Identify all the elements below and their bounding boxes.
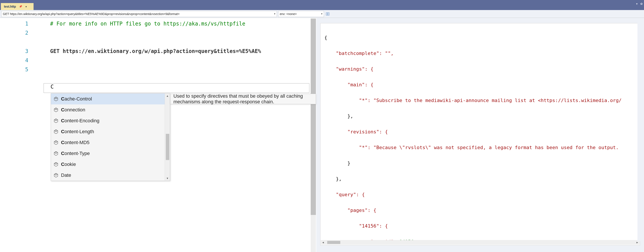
intellisense-item[interactable]: Content-Type xyxy=(51,148,170,159)
symbol-icon xyxy=(54,173,58,178)
dirty-indicator-icon: ● xyxy=(25,5,27,8)
intellisense-label: Cookie xyxy=(61,161,76,167)
response-h-scrollbar[interactable]: ◀ ▶ xyxy=(321,240,640,245)
intellisense-item[interactable]: Connection xyxy=(51,104,170,115)
tooltip-text: Used to specify directives that must be … xyxy=(174,93,313,105)
line-number: 2 xyxy=(0,28,33,38)
request-line: GET https://en.wiktionary.org/w/api.php?… xyxy=(50,48,261,54)
intellisense-item[interactable]: Content-Encoding xyxy=(51,115,170,126)
http-toolbar: GET https://en.wiktionary.org/w/api.php?… xyxy=(0,10,644,18)
chevron-down-icon[interactable]: ▼ xyxy=(321,13,323,15)
response-v-scrollbar[interactable] xyxy=(638,23,644,241)
response-pane: { "batchcomplete": "", "warnings": { "ma… xyxy=(316,18,644,252)
symbol-icon xyxy=(54,107,58,112)
main-split: 1 2 3 4 5 ⌄ # For more info on HTTP file… xyxy=(0,18,644,252)
editor-scrollbar[interactable] xyxy=(311,18,316,252)
document-tabs: test.http 📌 ● ▾ ✿ xyxy=(0,2,644,10)
line-number: 3 xyxy=(0,47,33,56)
pin-icon[interactable]: 📌 xyxy=(19,5,22,8)
tab-test-http[interactable]: test.http 📌 ● xyxy=(1,3,34,10)
intellisense-label: Content-Length xyxy=(61,129,94,134)
scroll-thumb[interactable] xyxy=(166,134,169,160)
environment-text: env: <none> xyxy=(280,12,297,16)
line-number: 5 xyxy=(0,65,33,74)
scroll-down-icon[interactable]: ▼ xyxy=(166,176,169,181)
intellisense-scrollbar[interactable]: ▲ ▼ xyxy=(165,94,170,181)
intellisense-item[interactable]: Date xyxy=(51,170,170,181)
title-bar xyxy=(0,0,644,2)
request-selector-text: GET https://en.wiktionary.org/w/api.php?… xyxy=(3,12,180,16)
split-icon xyxy=(326,12,330,16)
gear-icon[interactable]: ✿ xyxy=(640,2,643,6)
intellisense-label: Content-Encoding xyxy=(61,118,99,124)
symbol-icon xyxy=(54,140,58,145)
dropdown-icon[interactable]: ▾ xyxy=(636,2,638,6)
symbol-icon xyxy=(54,162,58,167)
line-number: 4 xyxy=(0,56,33,65)
split-panel-button[interactable] xyxy=(325,12,330,16)
scroll-thumb[interactable] xyxy=(327,241,340,244)
scroll-up-icon[interactable]: ▲ xyxy=(166,94,169,98)
intellisense-label: Content-Type xyxy=(61,151,90,156)
environment-selector[interactable]: env: <none> ▼ xyxy=(278,11,324,17)
intellisense-item[interactable]: Content-MD5 xyxy=(51,137,170,148)
editor-pane[interactable]: 1 2 3 4 5 ⌄ # For more info on HTTP file… xyxy=(0,18,316,252)
intellisense-label: Cache-Control xyxy=(61,96,92,102)
intellisense-tooltip: Used to specify directives that must be … xyxy=(170,94,316,104)
symbol-icon xyxy=(54,97,58,101)
intellisense-item[interactable]: Cookie xyxy=(51,159,170,170)
symbol-icon xyxy=(54,151,58,156)
response-body[interactable]: { "batchcomplete": "", "warnings": { "ma… xyxy=(320,23,640,245)
scroll-left-icon[interactable]: ◀ xyxy=(321,238,326,245)
comment-text: # For more info on HTTP files go to http… xyxy=(33,21,245,27)
chevron-down-icon[interactable]: ▼ xyxy=(274,13,276,15)
line-number: 1 xyxy=(0,19,33,28)
tab-label: test.http xyxy=(4,5,16,8)
intellisense-label: Date xyxy=(61,172,71,178)
intellisense-item[interactable]: Cache-Control xyxy=(51,94,170,104)
line-gutter: 1 2 3 4 5 xyxy=(0,18,33,252)
intellisense-label: Content-MD5 xyxy=(61,140,90,145)
symbol-icon xyxy=(54,129,58,134)
intellisense-label: Connection xyxy=(61,107,85,113)
request-selector[interactable]: GET https://en.wiktionary.org/w/api.php?… xyxy=(1,11,277,17)
symbol-icon xyxy=(54,118,58,123)
intellisense-popup[interactable]: Cache-Control Connection Content-Encodin… xyxy=(51,93,170,181)
typed-char: C xyxy=(50,84,54,90)
current-line-highlight xyxy=(44,83,309,93)
intellisense-item[interactable]: Content-Length xyxy=(51,126,170,137)
scroll-thumb[interactable] xyxy=(311,19,316,215)
